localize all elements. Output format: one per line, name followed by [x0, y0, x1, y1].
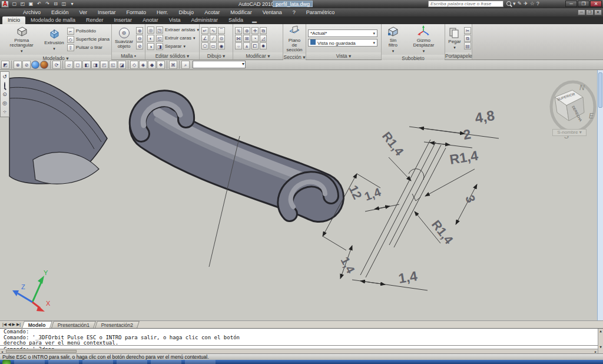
spline-icon[interactable]: ∿ — [210, 27, 217, 34]
walk-icon[interactable]: ⁘ — [1, 108, 8, 115]
menu-parametrico[interactable]: Paramétrico — [301, 8, 340, 16]
orbit-icon[interactable]: ↺ — [1, 73, 8, 80]
iso-ne-icon[interactable]: ◈ — [139, 61, 147, 69]
view-dropdown[interactable]: Vista no guardada▾ — [308, 39, 377, 47]
rotate-icon[interactable]: ⊛ — [243, 27, 250, 34]
extraer-aristas-button[interactable]: ◎◳Extraer aristas ▾ — [147, 27, 199, 34]
first-tab-icon[interactable]: |◀ — [2, 322, 6, 327]
move-icon[interactable]: ✛ — [251, 27, 259, 34]
scroll-down-icon[interactable]: ▼ — [598, 345, 603, 349]
camera-icon[interactable]: ⌘ — [169, 61, 177, 69]
panel-title-dibujo[interactable]: Dibujo ▾ — [200, 52, 233, 59]
preview-icon[interactable]: ◫ — [60, 1, 68, 8]
subscription-icon[interactable]: ✎ — [518, 1, 522, 6]
extruir-caras-button[interactable]: ◐◱Extruir caras ▾ — [147, 35, 199, 42]
qat-dropdown-icon[interactable]: ▾ — [68, 1, 76, 8]
windows-taskbar[interactable] — [0, 360, 603, 364]
ellipse-icon[interactable]: ◉ — [218, 42, 225, 49]
wireframe-2d-icon[interactable]: ◩ — [1, 61, 9, 69]
tab-vista[interactable]: Vista — [164, 16, 186, 24]
ucs-dropdown[interactable]: *Actual*▾ — [308, 29, 377, 37]
tab-presentacion2[interactable]: Presentación2 — [95, 321, 140, 328]
menu-insertar[interactable]: Insertar — [92, 8, 121, 16]
scroll-left-icon[interactable]: ◀ — [1, 350, 3, 353]
panel-title-portapapeles[interactable]: Portapapeles — [445, 52, 472, 59]
gizmo-desplazar-button[interactable]: Gizmo Desplazar▾ — [405, 25, 443, 54]
tab-modelo[interactable]: Modelo — [22, 321, 52, 328]
polyline-icon[interactable]: ∠ — [201, 35, 208, 42]
menu-archivo[interactable]: Archivo — [18, 8, 46, 16]
explode-icon[interactable]: ✸ — [260, 42, 267, 49]
sin-filtro-button[interactable]: Sin filtro▾ — [383, 25, 403, 54]
fillet-icon[interactable]: ⌔ — [235, 42, 242, 49]
taskbar-app[interactable] — [14, 360, 45, 364]
taskbar-app[interactable] — [48, 360, 79, 364]
search-dropdown-icon[interactable]: ▾ — [513, 1, 516, 6]
clip-band-model[interactable] — [138, 98, 331, 267]
iso-sw-icon[interactable]: ❖ — [157, 61, 165, 69]
menu-acotar[interactable]: Acotar — [199, 8, 225, 16]
view-top-icon[interactable]: ▱ — [65, 61, 73, 69]
undo-icon[interactable]: ↶ — [35, 1, 43, 8]
tab-administrar[interactable]: Administrar — [186, 16, 224, 24]
view-back-icon[interactable]: ◱ — [109, 61, 117, 69]
menu-modificar[interactable]: Modificar — [225, 8, 257, 16]
menu-formato[interactable]: Formato — [121, 8, 152, 16]
ribbon-toggle-icon[interactable]: ▬ — [252, 19, 257, 24]
separar-button[interactable]: ◑◨Separar ▾ — [147, 43, 199, 50]
scroll-up-icon[interactable]: ▲ — [598, 329, 603, 333]
panel-title-modificar[interactable]: Modificar ▾ — [233, 52, 283, 59]
close-button[interactable]: ✕ — [590, 1, 602, 7]
arc-icon[interactable]: ⌒ — [218, 27, 225, 34]
scroll-right-icon[interactable]: ▶ — [595, 350, 597, 353]
pulsar-o-tirar-button[interactable]: ⇧Pulsar o tirar — [67, 44, 110, 51]
tab-render[interactable]: Render — [81, 16, 109, 24]
tab-modelado-de-malla[interactable]: Modelado de malla — [25, 16, 81, 24]
taskbar-app[interactable] — [185, 360, 216, 364]
new-file-icon[interactable]: ▢ — [11, 1, 18, 8]
copy-clip-icon[interactable]: ⧉ — [464, 35, 471, 42]
last-tab-icon[interactable]: ▶| — [16, 322, 21, 327]
favorites-icon[interactable]: ☆ — [530, 1, 535, 6]
command-window[interactable]: Comando: Comando: '_3DFOrbit Pulse ESC o… — [0, 328, 603, 353]
superficie-plana-button[interactable]: ◇Superficie plana — [67, 36, 110, 43]
tab-inicio[interactable]: Inicio — [2, 16, 25, 24]
command-horizontal-scrollbar[interactable]: ◀ ▶ — [0, 349, 598, 353]
mesh-crease-icon[interactable]: ⊖ — [136, 35, 143, 42]
mirror-icon[interactable]: ⋈ — [235, 35, 242, 42]
visual-styles-icon[interactable]: ⟳ — [52, 61, 61, 69]
viewcube-scp-dropdown[interactable]: S-nombre ▾ — [552, 129, 587, 136]
zoom-icon[interactable] — [1, 82, 8, 89]
trim-icon[interactable]: ◿ — [260, 35, 267, 42]
free-orbit-icon[interactable]: ⊙ — [1, 91, 8, 98]
erase-icon[interactable]: ％ — [235, 27, 242, 34]
circle-icon[interactable]: ⊙ — [218, 35, 225, 42]
scrollbar-thumb[interactable] — [6, 350, 77, 353]
tab-presentacion1[interactable]: Presentación1 — [51, 321, 96, 328]
polisolido-button[interactable]: ⌐Polisólido — [67, 28, 110, 35]
dwg-restore-button[interactable]: ❐ — [586, 9, 594, 15]
canvas-vertical-scrollbar[interactable] — [597, 70, 603, 320]
start-orb[interactable] — [2, 360, 11, 364]
view-right-icon[interactable]: ◨ — [91, 61, 100, 69]
extrusion-button[interactable]: Extrusión▾ — [43, 28, 65, 51]
hidden-icon[interactable]: ⊘ — [22, 61, 31, 69]
drawing-canvas[interactable]: 4,8 2 R1,4 R1,4 3 12 1,4 R1,4 1,4 1,4 N … — [0, 70, 603, 320]
open-file-icon[interactable]: ◰ — [19, 1, 26, 8]
taskbar-app[interactable] — [151, 360, 181, 364]
conceptual-icon[interactable] — [40, 61, 48, 69]
wireframe-3d-icon[interactable]: ⊗ — [14, 61, 22, 69]
panel-title-editar-solidos[interactable]: Editar sólidos ▾ — [145, 52, 199, 59]
restore-button[interactable]: ❐ — [578, 1, 589, 7]
rectangle-icon[interactable]: ▭ — [210, 42, 217, 49]
mesh-refine-icon[interactable]: ⊕ — [136, 27, 143, 34]
xline-icon[interactable]: ∕ — [210, 35, 217, 42]
panel-title-vista[interactable]: Vista ▾ — [306, 52, 381, 59]
menu-ver[interactable]: Ver — [74, 8, 93, 16]
tab-insertar[interactable]: Insertar — [109, 16, 138, 24]
cut-icon[interactable]: ✂ — [464, 27, 471, 34]
view-left-icon[interactable]: ◧ — [82, 61, 91, 69]
taskbar-app[interactable] — [82, 360, 113, 364]
minimize-button[interactable]: ─ — [565, 1, 577, 7]
scale-icon[interactable]: ⩓ — [243, 42, 250, 49]
